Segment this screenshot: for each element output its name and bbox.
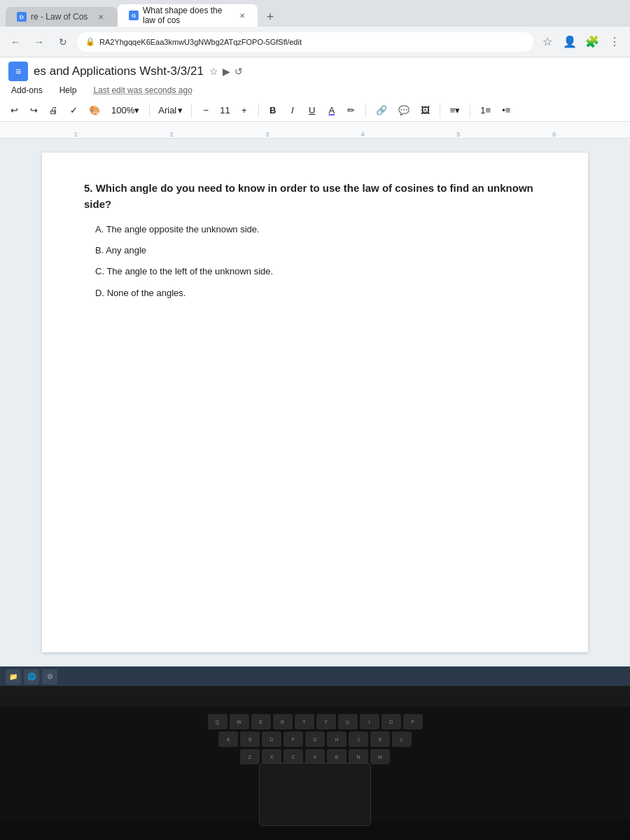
star-button[interactable]: ☆ (538, 32, 557, 52)
color-a-label: A (328, 105, 335, 115)
key-v[interactable]: V (305, 749, 325, 764)
trackpad[interactable] (259, 763, 371, 826)
bold-button[interactable]: B (265, 102, 281, 118)
key-a[interactable]: A (218, 732, 238, 747)
key-y[interactable]: Y (316, 714, 336, 729)
back-button[interactable]: ← (6, 32, 25, 52)
key-w[interactable]: W (230, 714, 249, 729)
ruler-content: 1 2 3 4 5 6 (28, 122, 602, 138)
font-size-plus[interactable]: + (236, 102, 253, 118)
bullet-list-button[interactable]: •≡ (498, 102, 514, 118)
tab-2[interactable]: G What shape does the law of cos ✕ (118, 4, 258, 27)
google-tab-icon: G (129, 10, 139, 20)
highlight-button[interactable]: ✏ (343, 102, 360, 118)
key-l[interactable]: L (392, 732, 412, 747)
key-e[interactable]: E (251, 714, 271, 729)
paintformat-button[interactable]: 🎨 (85, 102, 104, 118)
align-button[interactable]: ≡▾ (446, 102, 465, 118)
tab-1[interactable]: D re - Law of Cos ✕ (6, 7, 118, 27)
key-b[interactable]: B (327, 749, 346, 764)
print-button[interactable]: 🖨 (45, 102, 62, 118)
new-tab-button[interactable]: + (260, 7, 280, 27)
undo-button[interactable]: ↩ (6, 102, 22, 118)
taskbar-icon-1[interactable]: 📁 (6, 669, 21, 685)
screen-taskbar: 📁 🌐 ⚙ (0, 666, 630, 686)
text-color-button[interactable]: A (323, 102, 340, 118)
laptop-bottom: Q W E R T Y U I O P A S D F G H J K L (0, 686, 630, 840)
zoom-button[interactable]: 100%▾ (107, 102, 144, 118)
key-p[interactable]: P (403, 714, 423, 729)
font-size-selector[interactable]: 11 (217, 104, 232, 117)
key-o[interactable]: O (382, 714, 401, 729)
tab-2-close[interactable]: ✕ (238, 10, 246, 21)
key-i[interactable]: I (360, 714, 379, 729)
account-button[interactable]: 👤 (560, 32, 580, 52)
sync-icon[interactable]: ↺ (234, 66, 243, 77)
tab-1-label: re - Law of Cos (31, 12, 88, 22)
menu-button[interactable]: ⋮ (605, 32, 624, 52)
key-x[interactable]: X (262, 749, 281, 764)
docs-title-bar: ≡ es and Applications Wsht-3/3/21 ☆ ▶ ↺ … (0, 57, 630, 99)
question-text: 5. Which angle do you need to know in or… (84, 181, 546, 212)
italic-button[interactable]: I (284, 102, 301, 118)
font-size-minus[interactable]: − (197, 102, 214, 118)
key-g[interactable]: G (305, 732, 325, 747)
docs-menu-row: Add-ons Help Last edit was seconds ago (8, 84, 622, 99)
url-text: RA2YhgqqeK6Eaa3kmwU3gNWbg2ATqzFOPO-5GfSf… (99, 38, 302, 46)
redo-button[interactable]: ↪ (25, 102, 42, 118)
refresh-button[interactable]: ↻ (53, 32, 73, 52)
key-d[interactable]: D (262, 732, 281, 747)
forward-button[interactable]: → (29, 32, 49, 52)
lock-icon: 🔒 (85, 37, 95, 46)
key-r[interactable]: R (273, 714, 293, 729)
divider-5 (440, 104, 440, 118)
docs-title: es and Applications Wsht-3/3/21 (34, 64, 204, 78)
tab-1-close[interactable]: ✕ (95, 11, 106, 22)
option-d-text: None of the angles. (107, 288, 186, 298)
docs-app-icon: ≡ (8, 62, 28, 81)
question-body: Which angle do you need to know in order… (84, 182, 533, 210)
formatting-toolbar: ↩ ↪ 🖨 ✓ 🎨 100%▾ Arial ▾ − 11 + (0, 99, 630, 122)
docs-tab-icon: D (17, 12, 27, 22)
key-k[interactable]: K (370, 732, 390, 747)
menu-help[interactable]: Help (57, 84, 80, 97)
option-a-text: The angle opposite the unknown side. (106, 224, 260, 234)
taskbar-icon-3[interactable]: ⚙ (42, 669, 57, 685)
option-b: B. Any angle (84, 244, 546, 257)
add-to-drive-icon[interactable]: ▶ (223, 66, 230, 77)
key-s[interactable]: S (240, 732, 260, 747)
key-c[interactable]: C (284, 749, 303, 764)
key-z[interactable]: Z (240, 749, 260, 764)
menu-addons[interactable]: Add-ons (8, 84, 46, 97)
underline-button[interactable]: U (304, 102, 321, 118)
option-d: D. None of the angles. (84, 287, 546, 300)
link-button[interactable]: 🔗 (372, 102, 391, 118)
option-c-text: The angle to the left of the unknown sid… (106, 266, 273, 276)
key-q[interactable]: Q (208, 714, 227, 729)
ruler-mark-1: 1 (28, 131, 124, 138)
taskbar-icon-2[interactable]: 🌐 (24, 669, 39, 685)
key-n[interactable]: N (349, 749, 368, 764)
key-f[interactable]: F (284, 732, 303, 747)
numbered-list-button[interactable]: 1≡ (476, 102, 495, 118)
spellcheck-button[interactable]: ✓ (65, 102, 82, 118)
ruler-mark-3: 3 (219, 131, 315, 138)
key-t[interactable]: T (295, 714, 314, 729)
address-bar[interactable]: 🔒 RA2YhgqqeK6Eaa3kmwU3gNWbg2ATqzFOPO-5Gf… (77, 32, 533, 52)
doc-content[interactable]: 5. Which angle do you need to know in or… (0, 139, 630, 666)
comment-button[interactable]: 💬 (394, 102, 414, 118)
font-dropdown-icon: ▾ (178, 105, 183, 115)
ruler: 1 2 3 4 5 6 (0, 122, 630, 139)
font-selector[interactable]: Arial ▾ (155, 104, 186, 117)
keyboard-row-3: Z X C V B N M (240, 749, 390, 764)
option-c-letter: C. (95, 266, 106, 276)
star-doc-icon[interactable]: ☆ (209, 66, 218, 77)
extension-button[interactable]: 🧩 (582, 32, 602, 52)
option-b-text: Any angle (106, 245, 146, 255)
option-a-letter: A. (95, 224, 106, 234)
key-h[interactable]: H (327, 732, 346, 747)
key-m[interactable]: M (370, 749, 390, 764)
key-j[interactable]: J (349, 732, 368, 747)
key-u[interactable]: U (338, 714, 358, 729)
image-button[interactable]: 🖼 (416, 102, 434, 118)
